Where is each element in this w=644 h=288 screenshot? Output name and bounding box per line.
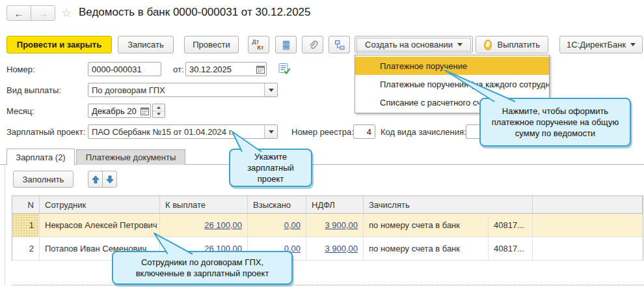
table-bottom-divider [12,285,643,285]
employee-cell[interactable]: Некрасов Алексей Петрович [40,214,160,237]
table-header-row: N Сотрудник К выплате Взыскано НДФЛ Зачи… [12,196,643,214]
register-stack-icon [281,40,291,50]
account-cell[interactable]: 40817... [489,237,533,260]
table-row[interactable]: 1 Некрасов Алексей Петрович 26 100,00 0,… [12,214,643,237]
tab-salary[interactable]: Зарплата (2) [7,149,75,165]
withheld-link[interactable]: 0,00 [284,220,301,230]
registry-input[interactable] [354,126,375,137]
move-up-button[interactable] [88,171,103,188]
header-filler [533,196,643,213]
fill-check-icon[interactable] [278,63,291,77]
document-window: ← → ☆ Ведомость в банк 0000-000031 от 30… [0,0,644,288]
header-amount[interactable]: К выплате [160,196,248,213]
table-row[interactable]: 2 Потапов Иван Семенович 26 100,00 0,00 … [12,237,643,261]
registry-field-wrap [353,124,375,139]
number-field-wrap [88,62,161,76]
stepper-down-icon[interactable] [153,111,165,118]
dt-kt-icon: Дт Кт [252,38,265,51]
arrow-down-icon [106,175,114,184]
forward-arrow-icon: → [38,8,48,19]
employees-table: N Сотрудник К выплате Взыскано НДФЛ Зачи… [12,195,643,261]
create-based-on-label: Создать на основании [365,40,453,50]
save-button[interactable]: Записать [118,36,174,53]
post-and-close-button[interactable]: Провести и закрыть [7,36,112,53]
date-input[interactable] [186,63,255,75]
filler-cell [533,237,643,260]
post-button[interactable]: Провести [184,36,239,53]
pay-label: Выплатить [497,40,540,50]
payment-type-combo[interactable]: По договорам ГПХ [88,83,278,97]
move-down-button[interactable] [102,171,117,188]
row-number-cell[interactable]: 1 [12,214,40,237]
credit-code-label: Код вида зачисления: [381,127,466,137]
amount-link[interactable]: 26 100,00 [204,220,242,230]
payment-type-label: Вид выплаты: [7,85,61,95]
register-records-button[interactable] [275,36,297,53]
chevron-down-icon [630,43,636,46]
header-ndfl[interactable]: НДФЛ [306,196,364,213]
pay-button[interactable]: ₽ Выплатить [476,36,548,53]
salary-project-label: Зарплатный проект: [7,127,85,137]
payment-type-dropdown-button[interactable] [264,83,277,96]
subordination-structure-icon [334,40,345,50]
tab-payment-documents-label: Платежные документы [86,152,176,162]
structure-button[interactable] [329,36,350,53]
month-field-wrap [88,104,151,118]
calendar-icon[interactable] [140,104,150,117]
method-cell[interactable]: по номеру счета в банк [364,237,489,260]
tab-payment-documents[interactable]: Платежные документы [76,149,185,165]
month-stepper[interactable] [152,104,165,118]
fill-button[interactable]: Заполнить [13,171,74,188]
payment-type-value: По договорам ГПХ [88,85,264,95]
favorite-star-icon[interactable]: ☆ [61,6,72,20]
panel-left-edge [5,165,5,285]
row-number-cell[interactable]: 2 [12,237,40,260]
number-input[interactable] [88,63,161,75]
method-cell[interactable]: по номеру счета в банк [364,214,489,237]
month-label: Месяц: [7,106,34,116]
stepper-up-icon[interactable] [153,104,165,111]
month-input[interactable] [88,105,140,117]
registry-number-label: Номер реестра: [291,127,354,137]
back-arrow-icon: ← [14,8,24,19]
header-method[interactable]: Зачислять [364,196,533,213]
tooltip-tail [224,128,270,158]
forward-button[interactable]: → [31,5,55,21]
header-employee[interactable]: Сотрудник [40,196,160,213]
page-title: Ведомость в банк 0000-000031 от 30.12.20… [79,6,311,19]
directbank-label: 1С:ДиректБанк [567,40,626,50]
account-cell[interactable]: 40817... [489,214,533,237]
header-withheld[interactable]: Взыскано [248,196,306,213]
tooltip-tail [429,62,527,104]
calendar-icon[interactable] [255,63,266,76]
chevron-down-icon [269,89,274,92]
tooltip-tail [146,229,202,257]
ruble-circle-icon: ₽ [484,40,492,50]
tooltip-payment-order: Нажмите, чтобы оформить платежное поруче… [479,98,631,147]
filler-cell [533,214,643,237]
directbank-button[interactable]: 1С:ДиректБанк [559,36,643,53]
ndfl-link[interactable]: 3 900,00 [325,244,358,253]
chevron-down-icon [457,43,463,46]
tab-salary-label: Зарплата (2) [16,152,65,162]
date-label: от: [173,65,184,74]
attachments-button[interactable] [302,36,323,53]
paperclip-icon [308,40,318,50]
create-based-on-button[interactable]: Создать на основании [355,36,473,53]
header-n[interactable]: N [12,196,40,213]
arrow-up-icon [92,175,100,184]
number-label: Номер: [7,65,35,74]
ndfl-link[interactable]: 3 900,00 [325,220,358,230]
tooltip-employees: Сотрудники по договорам ГПХ, включенные … [112,251,293,285]
date-field-wrap [185,62,267,76]
dt-kt-button[interactable]: Дт Кт [248,36,269,53]
back-button[interactable]: ← [7,5,31,21]
